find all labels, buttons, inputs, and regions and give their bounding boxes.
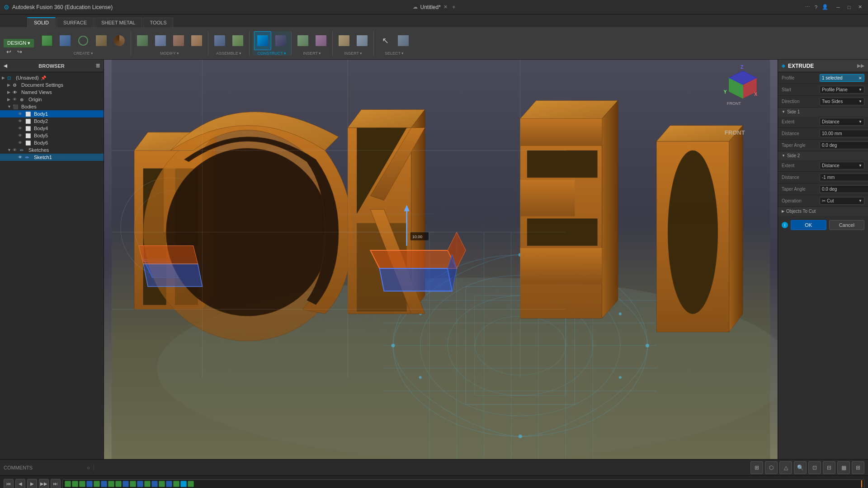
collapse-left-btn[interactable]: ◀ (4, 63, 7, 68)
account-icon[interactable]: 👤 (822, 4, 828, 10)
timeline-item-6[interactable] (108, 481, 114, 487)
display-mode-btn[interactable]: ▦ (837, 461, 850, 474)
zoom-btn[interactable]: 🔍 (794, 461, 807, 474)
eye-body1[interactable]: 👁 (18, 112, 24, 116)
timeline-item-9[interactable] (130, 481, 136, 487)
profile-clear-btn[interactable]: ✕ (859, 76, 862, 80)
timeline-item-12[interactable] (151, 481, 158, 487)
start-select[interactable]: Profile Plane ▼ (820, 86, 864, 94)
tree-item-body4[interactable]: 👁 ⬜ Body4 (0, 125, 104, 132)
construct2-btn[interactable] (272, 31, 289, 50)
assemble2-btn[interactable] (229, 31, 246, 50)
side1-header[interactable]: ▼ Side 1 (778, 108, 868, 116)
orbit-btn[interactable]: △ (779, 461, 792, 474)
look-from-btn[interactable]: ⬡ (765, 461, 778, 474)
select1-btn[interactable]: ↖ (377, 31, 394, 50)
joint-btn[interactable] (211, 31, 228, 50)
help-icon[interactable]: ? (815, 5, 817, 10)
tab-tools[interactable]: TOOLS (143, 18, 173, 27)
play-btn[interactable]: ▶ (27, 479, 37, 488)
tab-surface[interactable]: SURFACE (57, 18, 94, 27)
sweep-btn[interactable] (93, 31, 110, 50)
viewport[interactable]: 10.00 (104, 60, 778, 459)
tab-sheet-metal[interactable]: SHEET METAL (94, 18, 142, 27)
tree-item-body1[interactable]: 👁 ⬜ Body1 (0, 110, 104, 117)
new-component-btn[interactable] (38, 31, 56, 50)
tree-item-sketch1[interactable]: 👁 ✏ Sketch1 (0, 154, 104, 161)
tree-item-bodies[interactable]: ▼ ⬛ Bodies (0, 103, 104, 110)
eye-body5[interactable]: 👁 (18, 133, 24, 138)
profile-value-btn[interactable]: 1 selected ✕ (820, 74, 864, 82)
insert2-btn[interactable] (312, 31, 330, 50)
comments-toggle[interactable]: ○ (87, 465, 90, 470)
timeline-item-2[interactable] (79, 481, 85, 487)
timeline-item-5[interactable] (101, 481, 107, 487)
insert2-label[interactable]: INSERT ▾ (344, 51, 362, 56)
press-pull-btn[interactable] (134, 31, 151, 50)
extent1-select[interactable]: Distance ▼ (820, 118, 864, 126)
taper2-input[interactable] (820, 185, 868, 193)
eye-sketches[interactable]: 👁 (13, 148, 19, 152)
eye-origin[interactable]: 👁 (13, 97, 19, 102)
fit-btn[interactable]: ⊟ (823, 461, 835, 474)
info-btn[interactable]: i (782, 222, 788, 228)
timeline-item-16[interactable] (180, 481, 187, 487)
tree-item-body5[interactable]: 👁 ⬜ Body5 (0, 132, 104, 139)
distance2-input[interactable] (820, 174, 868, 181)
shell-btn[interactable] (188, 31, 205, 50)
redo-btn[interactable]: ↪ (14, 47, 24, 56)
insert2b-btn[interactable] (354, 31, 371, 50)
timeline-item-10[interactable] (137, 481, 143, 487)
undo-btn[interactable]: ↩ (4, 47, 14, 56)
grid-snap-btn[interactable]: ⊞ (750, 461, 763, 474)
objects-to-cut-header[interactable]: ▶ Objects To Cut (778, 207, 868, 216)
eye-sketch1[interactable]: 👁 (18, 155, 24, 160)
play-last-btn[interactable]: ⏭ (51, 479, 61, 488)
timeline-item-0[interactable] (65, 481, 71, 487)
operation-select[interactable]: ✂ Cut ▼ (820, 197, 864, 205)
close-btn[interactable]: ✕ (855, 3, 864, 12)
modify-label[interactable]: MODIFY ▾ (160, 51, 179, 56)
maximize-btn[interactable]: □ (844, 3, 854, 12)
eye-body4[interactable]: 👁 (18, 126, 24, 131)
extent2-select[interactable]: Distance ▼ (820, 162, 864, 169)
close-tab-icon[interactable]: ✕ (443, 4, 448, 10)
insert-label[interactable]: INSERT ▾ (303, 51, 321, 56)
play-prev-btn[interactable]: ◀ (15, 479, 25, 488)
distance1-input[interactable] (820, 130, 868, 137)
construct-label[interactable]: CONSTRUCT ▾ (257, 51, 286, 56)
timeline-item-1[interactable] (72, 481, 78, 487)
browser-options-btn[interactable]: ☰ (96, 63, 100, 68)
timeline-item-11[interactable] (144, 481, 151, 487)
pan-btn[interactable]: ⊡ (808, 461, 821, 474)
play-first-btn[interactable]: ⏮ (4, 479, 14, 488)
ok-btn[interactable]: OK (791, 220, 826, 230)
timeline-item-4[interactable] (94, 481, 100, 487)
minimize-btn[interactable]: ─ (834, 3, 843, 12)
play-next-btn[interactable]: ▶▶ (39, 479, 49, 488)
eye-body6[interactable]: 👁 (18, 141, 24, 145)
timeline-item-3[interactable] (86, 481, 93, 487)
direction-select[interactable]: Two Sides ▼ (820, 98, 864, 105)
pin-unsaved[interactable]: 📌 (41, 75, 46, 80)
timeline-item-8[interactable] (123, 481, 129, 487)
construct1-btn[interactable] (254, 31, 271, 50)
loft-btn[interactable] (111, 31, 128, 50)
chamfer-btn[interactable] (170, 31, 187, 50)
tree-item-body6[interactable]: 👁 ⬜ Body6 (0, 139, 104, 146)
fillet-btn[interactable] (152, 31, 169, 50)
create-label[interactable]: CREATE ▾ (74, 51, 93, 56)
cancel-btn[interactable]: Cancel (829, 220, 865, 230)
insert2a-btn[interactable] (335, 31, 353, 50)
timeline-track[interactable] (62, 479, 864, 488)
options-icon[interactable]: ⋯ (805, 4, 810, 10)
revolve-btn[interactable] (75, 31, 92, 50)
select2-btn[interactable] (395, 31, 412, 50)
tree-item-sketches[interactable]: ▼ 👁 ✏ Sketches (0, 146, 104, 154)
timeline-item-15[interactable] (173, 481, 179, 487)
panel-collapse-btn[interactable]: ▶▶ (857, 63, 864, 68)
tree-item-origin[interactable]: ▶ 👁 ⊕ Origin (0, 96, 104, 103)
extrude-btn[interactable] (57, 31, 74, 50)
appearance-btn[interactable]: ⊞ (852, 461, 864, 474)
tab-solid[interactable]: SOLID (27, 17, 56, 27)
